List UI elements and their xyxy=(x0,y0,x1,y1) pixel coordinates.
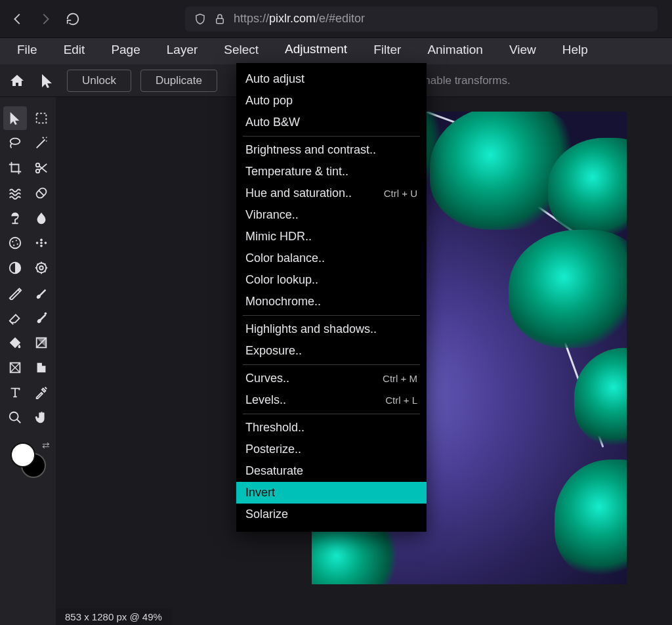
blur-tool[interactable] xyxy=(30,206,53,230)
menuitem-highlights-and-shadows[interactable]: Highlights and shadows.. xyxy=(236,318,427,340)
swap-colors-icon[interactable]: ⇄ xyxy=(42,440,50,450)
menuitem-levels[interactable]: Levels..Ctrl + L xyxy=(236,389,427,411)
menu-separator xyxy=(243,364,420,365)
menuitem-vibrance[interactable]: Vibrance.. xyxy=(236,204,427,226)
frame-tool[interactable] xyxy=(30,356,53,379)
marquee-tool[interactable] xyxy=(30,106,53,130)
cut-tool[interactable] xyxy=(30,156,53,180)
menuitem-desaturate[interactable]: Desaturate xyxy=(236,460,427,482)
unlock-button[interactable]: Unlock xyxy=(67,70,131,92)
menuitem-label: Desaturate xyxy=(245,464,303,478)
color-swatches[interactable]: ⇄ xyxy=(10,442,46,478)
menuitem-label: Auto adjust xyxy=(245,72,304,86)
lasso-tool[interactable] xyxy=(3,131,27,155)
replace-color-tool[interactable] xyxy=(30,306,53,330)
menuitem-label: Brightness and contrast.. xyxy=(245,143,376,157)
svg-point-7 xyxy=(15,240,16,241)
menu-select[interactable]: Select xyxy=(220,39,262,64)
svg-point-3 xyxy=(35,169,39,173)
lock-icon xyxy=(214,13,226,25)
menuitem-label: Invert xyxy=(245,486,275,500)
clone-tool[interactable] xyxy=(3,206,27,230)
home-icon[interactable] xyxy=(7,70,28,91)
menuitem-hue-and-saturation[interactable]: Hue and saturation..Ctrl + U xyxy=(236,183,427,204)
liquify-tool[interactable] xyxy=(3,181,27,205)
pointer-icon[interactable] xyxy=(37,70,58,91)
status-bar: 853 x 1280 px @ 49% xyxy=(56,609,171,625)
reload-icon[interactable] xyxy=(66,12,80,26)
menuitem-brightness-and-contrast[interactable]: Brightness and contrast.. xyxy=(236,139,427,161)
menuitem-label: Threshold.. xyxy=(245,421,304,435)
menu-file[interactable]: File xyxy=(13,39,41,64)
sponge-tool[interactable] xyxy=(30,256,53,280)
gradient-tool[interactable] xyxy=(30,331,53,355)
menu-page[interactable]: Page xyxy=(107,39,144,64)
menuitem-color-balance[interactable]: Color balance.. xyxy=(236,248,427,269)
menuitem-label: Temperature & tint.. xyxy=(245,165,348,179)
zoom-tool[interactable] xyxy=(3,406,27,429)
menuitem-label: Levels.. xyxy=(245,393,286,407)
menuitem-exposure[interactable]: Exposure.. xyxy=(236,340,427,362)
menuitem-invert[interactable]: Invert xyxy=(236,482,427,504)
menuitem-label: Curves.. xyxy=(245,372,289,385)
menuitem-mimic-hdr[interactable]: Mimic HDR.. xyxy=(236,226,427,248)
pen-tool[interactable] xyxy=(3,281,27,305)
menu-layer[interactable]: Layer xyxy=(163,39,202,64)
disperse-tool[interactable] xyxy=(30,231,53,255)
menuitem-shortcut: Ctrl + M xyxy=(383,373,417,384)
svg-point-9 xyxy=(13,245,14,246)
menuitem-color-lookup[interactable]: Color lookup.. xyxy=(236,269,427,291)
brush-tool[interactable] xyxy=(30,281,53,305)
svg-rect-0 xyxy=(217,18,224,24)
svg-point-5 xyxy=(9,238,20,249)
menuitem-monochrome[interactable]: Monochrome.. xyxy=(236,291,427,312)
menuitem-solarize[interactable]: Solarize xyxy=(236,504,427,525)
foreground-color-swatch[interactable] xyxy=(10,442,35,467)
menuitem-posterize[interactable]: Posterize.. xyxy=(236,439,427,460)
text-tool[interactable] xyxy=(3,381,27,404)
menuitem-label: Exposure.. xyxy=(245,344,302,358)
menu-help[interactable]: Help xyxy=(558,39,592,64)
menuitem-shortcut: Ctrl + U xyxy=(384,188,417,199)
menu-separator xyxy=(243,136,420,137)
svg-point-14 xyxy=(40,242,43,244)
menu-separator xyxy=(243,315,420,316)
heal-tool[interactable] xyxy=(30,181,53,205)
arrow-tool[interactable] xyxy=(3,106,27,130)
back-icon[interactable] xyxy=(10,12,25,26)
menuitem-temperature-tint[interactable]: Temperature & tint.. xyxy=(236,161,427,183)
svg-point-2 xyxy=(35,163,39,167)
menubar: FileEditPageLayerSelectAdjustmentFilterA… xyxy=(0,38,672,64)
menu-view[interactable]: View xyxy=(505,39,540,64)
forward-icon xyxy=(38,12,52,26)
menuitem-curves[interactable]: Curves..Ctrl + M xyxy=(236,368,427,389)
picker-tool[interactable] xyxy=(30,381,53,404)
duplicate-button[interactable]: Duplicate xyxy=(140,70,217,92)
menuitem-label: Color lookup.. xyxy=(245,273,318,287)
svg-point-17 xyxy=(39,266,43,270)
svg-point-11 xyxy=(40,239,43,242)
svg-point-12 xyxy=(40,245,43,248)
menuitem-threshold[interactable]: Threshold.. xyxy=(236,417,427,439)
eraser-tool[interactable] xyxy=(3,306,27,330)
svg-point-8 xyxy=(16,244,18,245)
fill-tool[interactable] xyxy=(3,331,27,355)
crop-tool[interactable] xyxy=(3,156,27,180)
menuitem-auto-adjust[interactable]: Auto adjust xyxy=(236,68,427,90)
wand-tool[interactable] xyxy=(30,131,53,155)
browser-toolbar: https://pixlr.com/e/#editor xyxy=(0,0,672,38)
menuitem-auto-b-w[interactable]: Auto B&W xyxy=(236,112,427,133)
menuitem-auto-pop[interactable]: Auto pop xyxy=(236,90,427,112)
hand-tool[interactable] xyxy=(30,406,53,429)
pattern-tool[interactable] xyxy=(3,231,27,255)
dodge-tool[interactable] xyxy=(3,256,27,280)
menu-animation[interactable]: Animation xyxy=(423,39,487,64)
menu-separator xyxy=(243,414,420,414)
address-bar[interactable]: https://pixlr.com/e/#editor xyxy=(185,7,658,32)
shape-tool[interactable] xyxy=(3,356,27,379)
menuitem-label: Solarize xyxy=(245,507,288,521)
menu-adjustment[interactable]: Adjustment xyxy=(281,38,351,65)
menu-edit[interactable]: Edit xyxy=(60,39,89,64)
menuitem-label: Color balance.. xyxy=(245,251,325,265)
menu-filter[interactable]: Filter xyxy=(369,39,405,64)
